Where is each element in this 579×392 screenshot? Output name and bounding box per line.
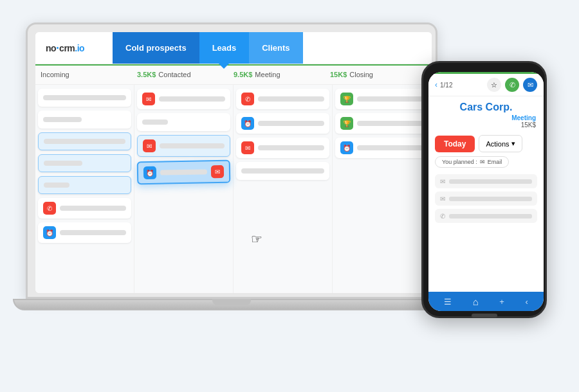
- card-in-5[interactable]: [38, 176, 131, 194]
- card-con-3[interactable]: ✉: [137, 135, 230, 157]
- logo-tld: .io: [75, 43, 84, 53]
- phone-card-2[interactable]: ✉: [435, 192, 537, 206]
- amount-text: 15K$: [436, 121, 536, 129]
- planned-email-icon: ✉: [480, 159, 485, 165]
- card-bar: [357, 121, 423, 126]
- phone-icon: ✆: [43, 202, 56, 215]
- nav-tabs: Cold prospects Leads Clients: [113, 32, 432, 64]
- card-in-2[interactable]: [38, 111, 131, 129]
- card-bar: [160, 169, 207, 175]
- card-bar: [60, 230, 126, 235]
- card-in-7[interactable]: ⏰: [38, 222, 131, 243]
- card-close-2[interactable]: 🏆: [335, 113, 428, 134]
- add-icon[interactable]: +: [499, 297, 504, 307]
- email-icon-phone-2: ✉: [440, 195, 445, 202]
- card-bar: [258, 121, 324, 126]
- phone-action-row: Today Actions ▾: [428, 131, 544, 156]
- laptop-screen: nocrm.io Cold prospects Leads Clients: [35, 32, 432, 293]
- card-bar: [44, 139, 125, 144]
- card-bar: [357, 145, 423, 150]
- card-con-1[interactable]: ✉: [137, 89, 230, 109]
- card-bar: [258, 145, 324, 150]
- col-closing: 15K$ Closing: [330, 71, 427, 78]
- card-close-3[interactable]: ⏰: [335, 138, 428, 158]
- scene: nocrm.io Cold prospects Leads Clients: [13, 10, 566, 382]
- phone-home-button: [472, 314, 497, 317]
- phone-card-1[interactable]: ✉: [435, 174, 537, 188]
- email-icon-btn[interactable]: ✉: [523, 78, 537, 92]
- clock-icon-4: ⏰: [340, 141, 353, 154]
- card-bar: [43, 117, 82, 122]
- pipeline-header: Incoming 3.5K$ Contacted 9.5K$ Meeting 1…: [35, 64, 432, 85]
- card-meet-4[interactable]: [236, 162, 329, 180]
- star-icon-btn[interactable]: ☆: [487, 78, 501, 92]
- phone-screen: ‹ 1/12 ☆ ✆ ✉ Cars Corp. Meeting 15K$: [428, 72, 544, 311]
- clock-icon-2: ⏰: [143, 166, 156, 179]
- card-bar: [258, 96, 324, 102]
- card-bar: [449, 179, 532, 184]
- planned-badge: You planned : ✉ Email: [435, 156, 509, 168]
- lane-contacted: ✉ ✉ ⏰ ✉: [134, 85, 234, 293]
- actions-button[interactable]: Actions ▾: [479, 135, 522, 152]
- card-bar: [159, 96, 225, 102]
- email-icon-4: ✉: [241, 141, 254, 154]
- trophy-icon-2: 🏆: [340, 117, 353, 130]
- col-incoming: Incoming: [41, 71, 137, 78]
- clock-icon-3: ⏰: [241, 117, 254, 130]
- card-dragging[interactable]: ⏰ ✉: [137, 160, 231, 185]
- card-bar: [160, 143, 225, 148]
- col-meeting: 9.5K$ Meeting: [234, 71, 330, 78]
- card-meet-3[interactable]: ✉: [236, 138, 329, 158]
- back-nav-icon[interactable]: ‹: [525, 297, 528, 307]
- screen-separator: [35, 64, 432, 66]
- company-name: Cars Corp.: [436, 102, 536, 113]
- email-icon: ✉: [142, 93, 155, 105]
- laptop-notch: [212, 299, 251, 305]
- phone-icon-phone: ✆: [440, 213, 445, 220]
- card-bar: [60, 206, 126, 211]
- today-button[interactable]: Today: [435, 136, 475, 152]
- laptop: nocrm.io Cold prospects Leads Clients: [26, 22, 450, 357]
- card-in-1[interactable]: [38, 89, 131, 107]
- menu-icon[interactable]: ☰: [444, 297, 452, 307]
- card-bar: [241, 168, 324, 174]
- stage-badge: Meeting: [436, 114, 536, 121]
- card-meet-1[interactable]: ✆: [236, 89, 329, 109]
- card-in-4[interactable]: [38, 154, 131, 172]
- email-icon-phone: ✉: [440, 178, 445, 185]
- lane-meeting: ✆ ⏰ ✉: [234, 85, 333, 293]
- back-arrow-icon[interactable]: ‹: [435, 80, 437, 89]
- phone-icon-2: ✆: [241, 93, 254, 105]
- tab-leads[interactable]: Leads: [199, 32, 250, 64]
- email-icon-3: ✉: [211, 165, 224, 178]
- chevron-down-icon: ▾: [511, 139, 515, 148]
- phone-card-3[interactable]: ✆: [435, 209, 537, 223]
- tab-cold-prospects[interactable]: Cold prospects: [113, 32, 199, 64]
- phone-header: ‹ 1/12 ☆ ✆ ✉: [428, 74, 544, 96]
- card-bar: [449, 214, 532, 218]
- card-con-2[interactable]: [137, 113, 230, 131]
- card-close-1[interactable]: 🏆: [335, 89, 428, 109]
- logo-area: nocrm.io: [35, 32, 113, 64]
- counter-text: 1/12: [440, 82, 452, 89]
- clock-icon: ⏰: [43, 226, 56, 239]
- card-in-3[interactable]: [38, 132, 131, 150]
- tab-clients[interactable]: Clients: [249, 32, 302, 64]
- logo-separator: [57, 47, 59, 49]
- card-in-6[interactable]: ✆: [38, 198, 131, 218]
- laptop-body: nocrm.io Cold prospects Leads Clients: [26, 22, 437, 299]
- logo-text: nocrm.io: [46, 43, 84, 53]
- col-contacted: 3.5K$ Contacted: [137, 71, 234, 78]
- call-icon-btn[interactable]: ✆: [505, 78, 519, 92]
- phone-title-area: Cars Corp. Meeting 15K$: [428, 96, 544, 131]
- card-bar: [44, 183, 69, 188]
- home-icon[interactable]: ⌂: [473, 296, 479, 307]
- lane-closing: 🏆 🏆 ⏰: [333, 85, 432, 293]
- card-meet-2[interactable]: ⏰: [236, 113, 329, 134]
- card-bar: [43, 95, 126, 100]
- phone: ‹ 1/12 ☆ ✆ ✉ Cars Corp. Meeting 15K$: [421, 61, 547, 318]
- phone-nav-right: ☆ ✆ ✉: [487, 78, 537, 92]
- phone-nav-left: ‹ 1/12: [435, 80, 452, 89]
- trophy-icon: 🏆: [340, 93, 353, 105]
- screen-header: nocrm.io Cold prospects Leads Clients: [35, 32, 432, 64]
